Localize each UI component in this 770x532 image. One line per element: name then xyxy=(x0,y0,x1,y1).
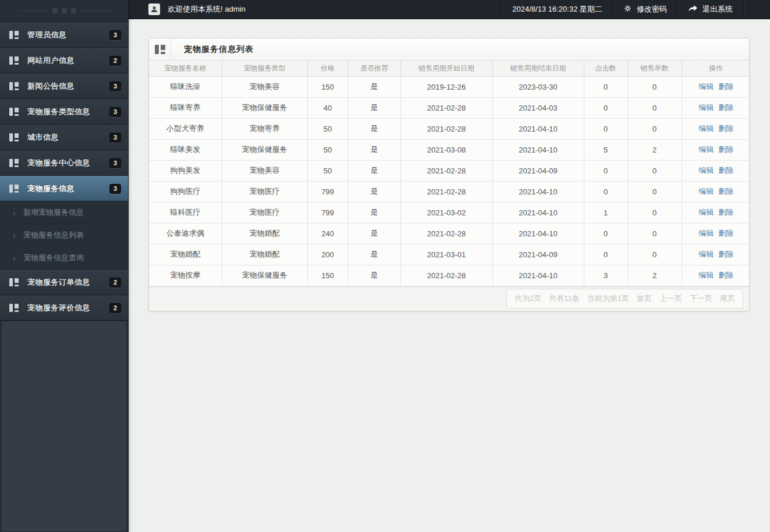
table-cell: 2021-03-01 xyxy=(400,244,492,265)
actions-cell: 编辑删除 xyxy=(682,265,750,286)
column-header: 是否推荐 xyxy=(348,61,400,76)
actions-cell: 编辑删除 xyxy=(682,118,750,139)
count-badge: 3 xyxy=(109,30,121,40)
menu-grid-icon xyxy=(9,56,19,65)
table-cell: 0 xyxy=(584,160,627,181)
table-cell: 200 xyxy=(307,244,348,265)
delete-link[interactable]: 删除 xyxy=(718,166,733,175)
panel-title: 宠物服务信息列表 xyxy=(171,38,254,60)
sidebar-item-label: 网站用户信息 xyxy=(27,55,109,66)
delete-link[interactable]: 删除 xyxy=(718,229,733,237)
sidebar-subitem-label: 新增宠物服务信息 xyxy=(23,207,84,218)
sidebar-drag-handle[interactable] xyxy=(0,0,128,22)
edit-link[interactable]: 编辑 xyxy=(698,187,714,196)
delete-link[interactable]: 删除 xyxy=(718,82,733,91)
table-cell: 2019-12-26 xyxy=(400,76,492,97)
column-header: 宠物服务类型 xyxy=(222,61,307,76)
table-cell: 是 xyxy=(348,97,400,118)
content-area: 宠物服务信息列表 宠物服务名称宠物服务类型价格是否推荐销售周期开始日期销售周期结… xyxy=(129,19,770,532)
table-cell: 宠物按摩 xyxy=(149,265,222,286)
delete-link[interactable]: 删除 xyxy=(718,250,733,258)
sidebar-subitem[interactable]: ›新增宠物服务信息 xyxy=(0,201,128,224)
sidebar-subitem[interactable]: ›宠物服务信息列表 xyxy=(0,224,128,247)
sidebar-item[interactable]: 宠物服务订单信息2 xyxy=(0,269,128,295)
sidebar-subitem[interactable]: ›宠物服务信息查询 xyxy=(0,247,128,269)
table-cell: 小型犬寄养 xyxy=(149,118,222,139)
sidebar-item[interactable]: 宠物服务评价信息2 xyxy=(0,295,128,321)
menu-grid-icon xyxy=(9,133,19,141)
pagination-link[interactable]: 尾页 xyxy=(720,293,735,304)
edit-link[interactable]: 编辑 xyxy=(698,124,714,133)
count-badge: 3 xyxy=(109,81,121,91)
table-cell: 2 xyxy=(627,139,682,160)
pagination-link[interactable]: 首页 xyxy=(637,293,652,304)
table-cell: 宠物美容 xyxy=(222,76,307,97)
table-cell: 宠物婚配 xyxy=(222,223,307,244)
table-row: 狗狗美发宠物美容50是2021-02-282021-04-0900编辑删除 xyxy=(149,160,750,181)
table-cell: 40 xyxy=(307,97,348,118)
topbar-spacer xyxy=(743,0,770,19)
logout-button[interactable]: 退出系统 xyxy=(677,0,743,19)
pagination-stat: 共有11条 xyxy=(549,293,580,304)
datetime-display: 2024/8/13 16:20:32 星期二 xyxy=(501,0,613,19)
table-cell: 0 xyxy=(584,118,627,139)
table-cell: 150 xyxy=(307,265,348,286)
table-cell: 0 xyxy=(627,223,682,244)
table-cell: 50 xyxy=(307,118,348,139)
delete-link[interactable]: 删除 xyxy=(718,271,733,279)
sidebar-item[interactable]: 宠物服务中心信息3 xyxy=(0,150,128,176)
handle-line xyxy=(18,10,48,11)
pagination-link[interactable]: 上一页 xyxy=(659,293,682,304)
table-cell: 2021-02-28 xyxy=(400,223,492,244)
delete-link[interactable]: 删除 xyxy=(718,124,733,133)
table-cell: 猫咪寄养 xyxy=(149,97,222,118)
table-cell: 2021-04-10 xyxy=(492,202,584,223)
sidebar-item-label: 宠物服务信息 xyxy=(27,183,109,194)
sidebar-item[interactable]: 管理员信息3 xyxy=(0,22,128,48)
edit-link[interactable]: 编辑 xyxy=(698,208,714,217)
table-cell: 3 xyxy=(584,265,627,286)
table-cell: 狗狗美发 xyxy=(149,160,222,181)
pagination: 共为2页共有11条当前为第1页首页上一页下一页尾页 xyxy=(506,289,743,308)
count-badge: 3 xyxy=(109,158,121,168)
table-cell: 2021-04-09 xyxy=(492,244,584,265)
table-cell: 猫咪美发 xyxy=(149,139,222,160)
delete-link[interactable]: 删除 xyxy=(718,103,733,112)
menu-grid-icon xyxy=(9,304,19,312)
pagination-stat: 当前为第1页 xyxy=(587,293,629,304)
edit-link[interactable]: 编辑 xyxy=(698,229,714,237)
edit-link[interactable]: 编辑 xyxy=(698,145,714,154)
sidebar-item-label: 管理员信息 xyxy=(27,30,109,40)
table-cell: 猫咪洗澡 xyxy=(149,76,222,97)
services-table: 宠物服务名称宠物服务类型价格是否推荐销售周期开始日期销售周期结束日期点击数销售单… xyxy=(149,61,750,286)
sidebar-item[interactable]: 宠物服务类型信息3 xyxy=(0,99,128,125)
delete-link[interactable]: 删除 xyxy=(718,208,733,217)
sidebar-item[interactable]: 网站用户信息2 xyxy=(0,48,128,73)
sidebar-item[interactable]: 新闻公告信息3 xyxy=(0,73,128,99)
delete-link[interactable]: 删除 xyxy=(718,187,733,196)
pagination-link[interactable]: 下一页 xyxy=(690,293,712,304)
table-cell: 公泰迪求偶 xyxy=(149,223,222,244)
column-header: 点击数 xyxy=(584,61,627,76)
gear-icon xyxy=(624,5,631,14)
table-row: 猫科医疗宠物医疗799是2021-03-022021-04-1010编辑删除 xyxy=(149,202,750,223)
table-cell: 1 xyxy=(584,202,627,223)
edit-link[interactable]: 编辑 xyxy=(698,250,714,258)
delete-link[interactable]: 删除 xyxy=(718,145,733,154)
column-header: 价格 xyxy=(307,61,348,76)
sidebar-item[interactable]: 城市信息3 xyxy=(0,125,128,150)
table-row: 公泰迪求偶宠物婚配240是2021-02-282021-04-1000编辑删除 xyxy=(149,223,750,244)
table-cell: 0 xyxy=(627,181,682,202)
edit-link[interactable]: 编辑 xyxy=(698,166,714,175)
sidebar-item[interactable]: 宠物服务信息3 xyxy=(0,176,128,201)
edit-link[interactable]: 编辑 xyxy=(698,271,714,279)
sidebar-item-label: 宠物服务类型信息 xyxy=(27,107,109,117)
table-row: 猫咪洗澡宠物美容150是2019-12-262023-03-3000编辑删除 xyxy=(149,76,750,97)
table-cell: 宠物医疗 xyxy=(222,181,307,202)
table-row: 宠物婚配宠物婚配200是2021-03-012021-04-0900编辑删除 xyxy=(149,244,750,265)
edit-link[interactable]: 编辑 xyxy=(698,103,714,112)
handle-line xyxy=(80,10,111,11)
change-password-button[interactable]: 修改密码 xyxy=(613,0,677,19)
edit-link[interactable]: 编辑 xyxy=(698,82,714,91)
table-cell: 宠物婚配 xyxy=(222,244,307,265)
